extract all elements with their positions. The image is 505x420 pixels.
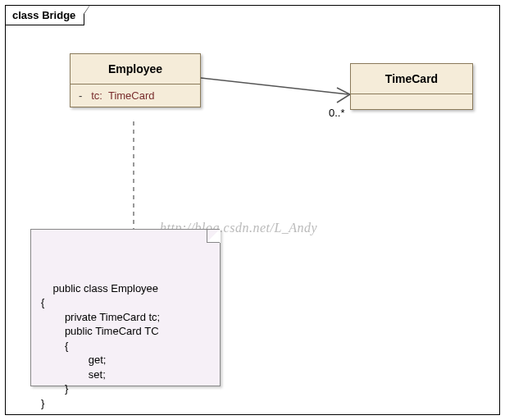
frame-label: class Bridge <box>5 5 84 25</box>
attribute-tc: - tc: TimeCard <box>79 89 192 102</box>
attr-name: tc: <box>91 89 102 102</box>
frame-title: class Bridge <box>12 9 75 21</box>
attr-visibility: - <box>79 89 82 102</box>
code-note: public class Employee { private TimeCard… <box>30 229 221 386</box>
class-name: Employee <box>71 54 200 84</box>
class-employee: Employee - tc: TimeCard <box>70 53 201 107</box>
attribute-compartment: - tc: TimeCard <box>71 84 200 107</box>
diagram-frame: class Bridge Employee - tc: TimeCard Tim… <box>5 5 500 415</box>
open-arrowhead-icon <box>337 88 350 103</box>
note-code-text: public class Employee { private TimeCard… <box>41 282 160 409</box>
multiplicity-label: 0..* <box>329 107 345 119</box>
class-name: TimeCard <box>351 64 472 94</box>
class-timecard: TimeCard <box>350 63 473 110</box>
attribute-compartment <box>351 94 472 109</box>
note-fold-icon <box>207 230 220 243</box>
association-line <box>201 78 348 94</box>
attr-type: TimeCard <box>108 89 155 102</box>
